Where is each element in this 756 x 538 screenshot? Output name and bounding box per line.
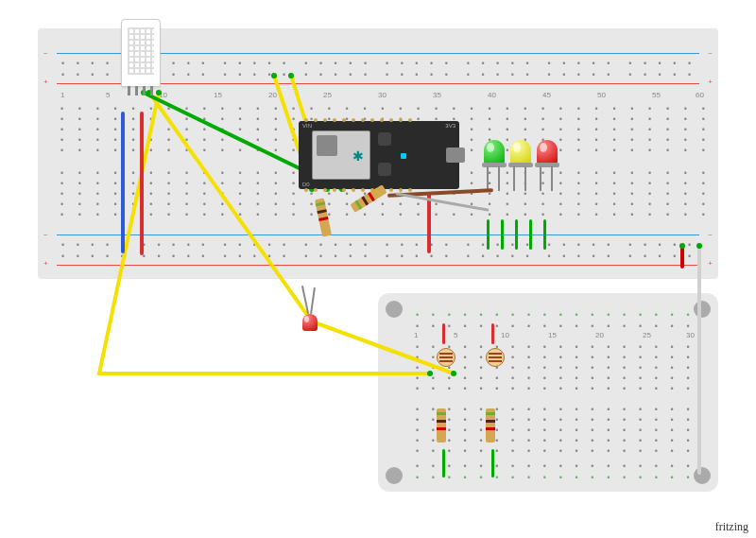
wire-green: [515, 219, 518, 250]
rail-bot-neg: [57, 234, 699, 235]
status-led-icon: [401, 153, 406, 159]
led-red-loose[interactable]: [302, 314, 318, 331]
led-red[interactable]: [537, 140, 558, 165]
pin-label: D0: [302, 182, 310, 187]
credit-label: fritzing: [715, 520, 748, 534]
dht22-sensor[interactable]: [121, 19, 161, 87]
wire-red: [491, 323, 494, 344]
wifi-module-icon: ✱: [312, 130, 370, 180]
wire-green: [501, 219, 504, 250]
usb-port-icon: [446, 148, 465, 163]
particle-photon[interactable]: ✱ VIN D0 3V3: [299, 121, 459, 189]
mount-hole: [386, 301, 403, 318]
resistor[interactable]: [486, 408, 495, 443]
wire-red: [140, 112, 144, 255]
breadboard-half: • • • • • • • • • • • • • • • • • • • • …: [378, 293, 718, 492]
wire-green: [529, 219, 532, 250]
pin-label: VIN: [302, 123, 312, 129]
photoresistor[interactable]: [437, 348, 455, 367]
led-green[interactable]: [484, 140, 505, 165]
wire-green: [543, 219, 546, 250]
wire-green: [487, 219, 490, 250]
wire-red: [427, 193, 431, 253]
rail-bot-pos: [57, 265, 699, 266]
pin-label: 3V3: [445, 123, 455, 129]
wire-blue: [121, 112, 125, 253]
photoresistor[interactable]: [486, 348, 505, 367]
wire-red: [442, 323, 445, 344]
wire-green: [442, 449, 445, 477]
reset-button[interactable]: [378, 132, 391, 146]
mount-hole: [386, 467, 403, 484]
resistor[interactable]: [437, 408, 446, 443]
setup-button[interactable]: [378, 163, 391, 176]
wire-green: [491, 449, 494, 477]
led-yellow[interactable]: [510, 140, 531, 165]
